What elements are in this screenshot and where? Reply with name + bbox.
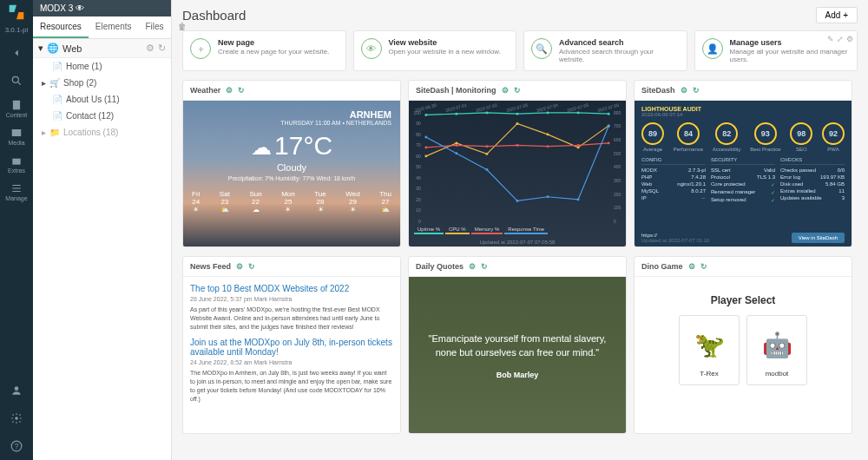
svg-rect-1 [13, 101, 20, 110]
nav-help[interactable]: ? [0, 432, 33, 460]
nav-media[interactable]: Media [0, 122, 33, 150]
refresh-icon[interactable]: ↻ [238, 86, 245, 95]
forecast-day: Wed29☀ [345, 190, 359, 214]
player-trex[interactable]: 🦖 T-Rex [679, 315, 740, 385]
svg-text:2022-07-03: 2022-07-03 [506, 103, 529, 113]
svg-text:20: 20 [416, 198, 421, 202]
news-meta: 24 June 2022, 8:52 am Mark Hamstra [190, 359, 393, 365]
tree-item-about[interactable]: 📄About Us (11) [49, 91, 171, 108]
quick-new-page[interactable]: ＋ New pageCreate a new page for your web… [182, 30, 346, 71]
nav-user[interactable] [0, 377, 33, 404]
tree-item-locations[interactable]: ▸📁Locations (18) [49, 124, 171, 141]
refresh-icon[interactable]: ↻ [514, 86, 521, 95]
info-column-checks: CHECKSChecks passed0/0Error log193.97 KB… [780, 157, 845, 204]
gear-icon[interactable]: ⚙ [236, 262, 243, 271]
news-widget: News Feed⚙↻ The top 10 Best MODX Website… [182, 256, 401, 434]
svg-point-5 [15, 417, 18, 420]
eye-icon: 👁 [361, 38, 382, 59]
tree-item-shop[interactable]: ▸🛒Shop (2) [49, 75, 171, 91]
quotes-widget: Daily Quotes⚙↻ "Emancipate yourself from… [408, 256, 627, 434]
main-content: Dashboard Add + ＋ New pageCreate a new p… [172, 0, 868, 460]
nav-search[interactable] [0, 67, 33, 95]
forecast-day: Tue28☀ [314, 190, 326, 214]
file-icon: 📄 [52, 95, 62, 104]
quote-author: Bob Marley [496, 371, 539, 379]
quick-advanced-search[interactable]: 🔍 Advanced searchAdvanced search through… [523, 30, 687, 71]
plus-icon: ＋ [190, 38, 211, 59]
svg-text:800: 800 [614, 111, 621, 115]
chevron-right-icon: ▸ [42, 78, 46, 88]
gear-icon[interactable]: ⚙ [688, 262, 695, 271]
tree-item-home[interactable]: 📄Home (1) [49, 58, 171, 75]
widget-title: Daily Quotes [416, 262, 464, 271]
weather-temp: 17°C [274, 131, 332, 160]
refresh-icon[interactable]: ↻ [481, 262, 488, 271]
svg-text:10: 10 [416, 208, 421, 213]
refresh-icon[interactable]: ↻ [700, 262, 707, 271]
tree-root[interactable]: ▾ 🌐 Web ⚙ ↻ [33, 39, 171, 58]
view-sitedash-button[interactable]: View in SiteDash [792, 233, 845, 243]
svg-text:700: 700 [614, 124, 621, 128]
nav-extras[interactable]: Extras [0, 150, 33, 178]
gear-icon[interactable]: ⚙ [681, 86, 687, 95]
folder-icon: 📁 [49, 128, 60, 137]
forecast-day: Mon25☀ [281, 190, 295, 214]
widget-title: SiteDash | Monitoring [416, 86, 496, 95]
quote-text: "Emancipate yourself from mental slavery… [426, 332, 608, 360]
svg-text:30: 30 [416, 187, 421, 191]
add-button[interactable]: Add + [816, 7, 858, 23]
legend-item: Memory % [471, 226, 503, 234]
svg-text:300: 300 [614, 179, 621, 183]
widget-title: Weather [190, 86, 220, 95]
refresh-icon[interactable]: ↻ [248, 262, 255, 271]
refresh-icon[interactable]: ↻ [693, 86, 700, 95]
sitedash-widget: SiteDash⚙↻ LIGHTHOUSE AUDIT 2022-06-09 0… [634, 80, 852, 247]
tab-files[interactable]: Files [139, 16, 171, 38]
svg-rect-2 [12, 129, 22, 136]
quick-actions-row: ＋ New pageCreate a new page for your web… [182, 30, 858, 71]
legend-item: CPU % [445, 226, 470, 234]
robot-icon: 🤖 [754, 323, 799, 366]
svg-text:500: 500 [614, 152, 621, 156]
player-select-header: Player Select [643, 294, 843, 306]
svg-point-0 [12, 76, 18, 82]
tree-item-contact[interactable]: 📄Contact (12) [49, 108, 171, 124]
logo-icon [0, 0, 33, 24]
tree-header: MODX 3 👁 [33, 0, 171, 16]
nav-content[interactable]: Content [0, 95, 33, 122]
quick-view-website[interactable]: 👁 View websiteOpen your website in a new… [353, 30, 517, 71]
svg-text:400: 400 [614, 165, 621, 169]
forecast-day: Sat23⛅ [220, 190, 230, 214]
expand-icon[interactable]: ⤢ [837, 35, 844, 43]
news-headline[interactable]: The top 10 Best MODX Websites of 2022 [190, 284, 393, 293]
quick-manage-users[interactable]: 👤 Manage usersManage all your website an… [694, 30, 858, 71]
nav-settings[interactable] [0, 404, 33, 432]
svg-text:70: 70 [416, 143, 421, 148]
monitoring-widget: SiteDash | Monitoring⚙↻ 2022-06-302022-0… [408, 80, 627, 247]
news-meta: 28 June 2022, 5:37 pm Mark Hamstra [190, 296, 393, 302]
player-modbot[interactable]: 🤖 modbot [746, 315, 807, 385]
svg-text:0: 0 [418, 220, 421, 224]
monitoring-updated: Updated at 2022-07-07 07:05:58 [409, 240, 626, 245]
refresh-icon[interactable]: ↻ [158, 43, 166, 54]
gear-icon[interactable]: ⚙ [469, 262, 476, 271]
gear-icon[interactable]: ⚙ [846, 35, 853, 43]
user-icon: 👤 [702, 38, 723, 59]
nav-manage[interactable]: Manage [0, 178, 33, 206]
edit-icon[interactable]: ✎ [827, 35, 834, 43]
news-headline[interactable]: Join us at the MODXpo on July 8th, in-pe… [190, 338, 393, 357]
file-icon: 📄 [52, 111, 62, 121]
gear-icon[interactable]: ⚙ [502, 86, 509, 95]
left-rail: 3.0.1-pl Content Media Extras Manage ? [0, 0, 33, 460]
tab-elements[interactable]: Elements [89, 16, 139, 38]
nav-back[interactable] [0, 39, 33, 67]
weather-detail: Precipitation: 7% Humidity: 77% Wind: 18… [192, 175, 391, 181]
gear-icon[interactable]: ⚙ [226, 86, 233, 95]
widget-title: SiteDash [641, 86, 675, 95]
info-column-security: SECURITYSSL certValidProtocolTLS 1.3Core… [711, 157, 775, 204]
legend-item: Response Time [504, 226, 548, 234]
root-label: Web [62, 43, 82, 54]
tab-resources[interactable]: Resources [33, 16, 89, 38]
svg-text:600: 600 [614, 138, 621, 142]
gear-icon[interactable]: ⚙ [146, 43, 155, 54]
